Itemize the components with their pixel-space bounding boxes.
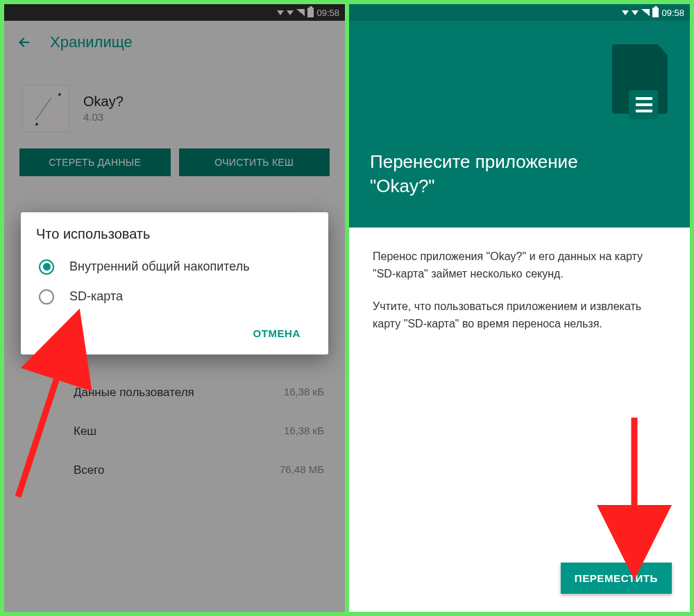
battery-icon	[307, 8, 314, 17]
row-value: 16,38 кБ	[284, 425, 324, 438]
action-buttons: СТЕРЕТЬ ДАННЫЕ ОЧИСТИТЬ КЕШ	[4, 144, 345, 186]
sd-card-icon	[601, 44, 668, 126]
toolbar: Хранилище	[4, 21, 345, 64]
dialog-title: Что использовать	[36, 226, 313, 242]
cancel-button[interactable]: ОТМЕНА	[246, 322, 307, 345]
dropdown-icon	[632, 10, 638, 15]
radio-label: SD-карта	[69, 289, 123, 305]
dropdown-icon	[287, 10, 294, 15]
row-label: Данные пользователя	[74, 386, 194, 400]
status-bar: 09:58	[4, 4, 345, 21]
row-label: Всего	[74, 463, 105, 477]
list-item: Данные пользователя 16,38 кБ	[4, 373, 345, 412]
right-screen: 09:58 Перенесите приложение "Okay?" Пере…	[349, 4, 690, 612]
move-title: Перенесите приложение "Okay?"	[370, 150, 634, 198]
page-title: Хранилище	[50, 33, 133, 51]
move-header: Перенесите приложение "Okay?"	[349, 21, 690, 228]
row-label: Кеш	[74, 425, 96, 438]
dropdown-icon	[622, 10, 629, 15]
storage-list: Данные пользователя 16,38 кБ Кеш 16,38 к…	[4, 373, 345, 490]
storage-dialog: Что использовать Внутренний общий накопи…	[21, 212, 328, 354]
radio-icon	[39, 289, 54, 305]
app-header: Okay? 4.03	[22, 85, 327, 132]
signal-icon	[296, 9, 305, 16]
battery-icon	[652, 8, 659, 17]
status-time: 09:58	[661, 8, 684, 18]
move-paragraph: Перенос приложения "Okay?" и его данных …	[373, 248, 666, 283]
row-value: 16,38 кБ	[284, 386, 324, 400]
radio-internal[interactable]: Внутренний общий накопитель	[36, 252, 313, 282]
app-version: 4.03	[83, 111, 124, 123]
move-button[interactable]: ПЕРЕМЕСТИТЬ	[561, 563, 672, 594]
list-item: Кеш 16,38 кБ	[4, 412, 345, 451]
move-body: Перенос приложения "Okay?" и его данных …	[349, 228, 690, 368]
radio-sdcard[interactable]: SD-карта	[36, 282, 313, 311]
dropdown-icon	[277, 10, 284, 15]
move-paragraph: Учтите, что пользоваться приложением и и…	[373, 298, 666, 333]
app-icon	[22, 85, 69, 132]
screenshot-pair: 09:58 Хранилище Okay? 4.03 СТЕРЕТЬ ДАННЫ…	[0, 0, 694, 616]
radio-label: Внутренний общий накопитель	[69, 259, 250, 275]
status-bar: 09:58	[349, 4, 690, 21]
row-value: 76,48 МБ	[280, 463, 324, 477]
clear-data-button[interactable]: СТЕРЕТЬ ДАННЫЕ	[19, 148, 171, 176]
annotation-arrow	[607, 418, 662, 563]
list-item: Всего 76,48 МБ	[4, 451, 345, 490]
app-name: Okay?	[83, 94, 124, 110]
left-screen: 09:58 Хранилище Okay? 4.03 СТЕРЕТЬ ДАННЫ…	[4, 4, 345, 612]
clear-cache-button[interactable]: ОЧИСТИТЬ КЕШ	[179, 148, 330, 176]
back-arrow-icon[interactable]	[17, 35, 32, 50]
radio-icon	[39, 259, 54, 275]
signal-icon	[641, 9, 650, 16]
status-time: 09:58	[316, 8, 339, 18]
